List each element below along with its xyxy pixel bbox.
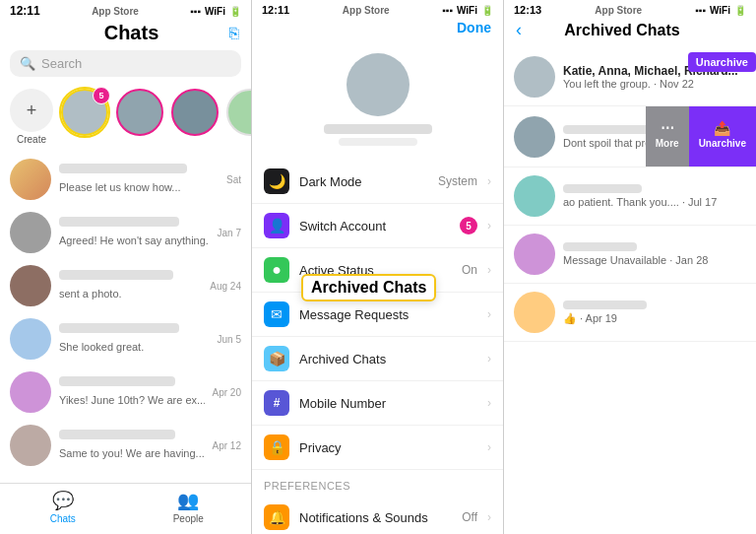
search-icon: 🔍 — [20, 56, 35, 71]
chat-preview: sent a photo. — [59, 288, 122, 300]
time-3: 12:13 — [514, 4, 541, 16]
archived-list: Katie, Anna, Michael, Richard... You lef… — [504, 48, 756, 534]
profile-avatar — [346, 53, 410, 116]
menu-item-dark-mode[interactable]: 🌙 Dark Mode System › — [252, 160, 503, 204]
chat-preview: Agreed! He won't say anything... — [59, 234, 210, 246]
dark-mode-label: Dark Mode — [299, 174, 428, 189]
arch-info: ao patient. Thank you.... · Jul 17 — [563, 184, 746, 208]
menu-item-switch-account[interactable]: 👤 Switch Account 5 › — [252, 204, 503, 248]
notifications-value: Off — [462, 510, 477, 524]
chat-info: Agreed! He won't say anything... — [59, 217, 210, 248]
more-button[interactable]: ⋯ More — [646, 106, 689, 167]
battery-icon-2: 🔋 — [481, 5, 493, 16]
wifi-icon: WiFi — [205, 6, 225, 17]
avatar — [10, 212, 51, 253]
chevron-icon: › — [487, 396, 491, 410]
edit-icon[interactable]: ⎘ — [229, 25, 239, 42]
archived-chats-overlay: Archived Chats — [301, 274, 436, 301]
chevron-icon: › — [487, 263, 491, 277]
search-placeholder: Search — [41, 56, 82, 71]
chat-name — [59, 376, 175, 386]
status-bar-1: 12:11 App Store ▪▪▪ WiFi 🔋 — [0, 0, 251, 20]
unarchive-button[interactable]: Unarchive — [688, 52, 756, 72]
chat-item[interactable]: Please let us know how... Sat — [0, 153, 251, 206]
avatar — [514, 56, 555, 98]
menu-item-mobile-number[interactable]: # Mobile Number › — [252, 381, 503, 426]
archived-topbar: ‹ Archived Chats — [504, 18, 756, 48]
chat-name — [59, 323, 179, 333]
chat-list: Please let us know how... Sat Agreed! He… — [0, 153, 251, 483]
create-label: Create — [17, 134, 46, 145]
menu-item-notifications[interactable]: 🔔 Notifications & Sounds Off › — [252, 496, 503, 534]
carrier-1: App Store — [92, 6, 139, 17]
unarchive-icon: 📤 — [714, 120, 730, 136]
menu-item-privacy[interactable]: 🔒 Privacy › — [252, 426, 503, 470]
mobile-number-icon: # — [264, 390, 289, 416]
story-avatar-4[interactable] — [226, 89, 251, 136]
status-icons-1: ▪▪▪ WiFi 🔋 — [190, 6, 241, 17]
more-icon: ⋯ — [661, 120, 674, 136]
chat-info: Yikes! June 10th? We are ex... — [59, 376, 205, 408]
archived-item[interactable]: Dont spoil that precious baby... · Sep 1… — [504, 106, 756, 167]
chat-time: Apr 20 — [213, 387, 241, 398]
status-bar-3: 12:13 App Store ▪▪▪ WiFi 🔋 — [504, 0, 756, 18]
story-avatar-3[interactable] — [171, 89, 219, 136]
people-nav-icon: 👥 — [177, 490, 199, 511]
story-avatar-2[interactable] — [116, 89, 163, 136]
archived-item[interactable]: Message Unavailable · Jan 28 — [504, 226, 756, 284]
chat-time: Sat — [226, 174, 241, 185]
archived-chats-icon: 📦 — [264, 346, 289, 371]
chat-time: Aug 24 — [210, 281, 241, 292]
chat-info: Please let us know how... — [59, 164, 219, 195]
arch-preview: Message Unavailable · Jan 28 — [563, 254, 746, 266]
privacy-icon: 🔒 — [264, 434, 289, 460]
chat-name — [59, 270, 173, 280]
privacy-label: Privacy — [299, 440, 477, 455]
arch-name-blur — [563, 300, 647, 309]
active-status-value: On — [462, 263, 477, 277]
archived-item[interactable]: Katie, Anna, Michael, Richard... You lef… — [504, 48, 756, 106]
settings-menu: 🌙 Dark Mode System › 👤 Switch Account 5 … — [252, 160, 503, 534]
settings-topbar: Done — [252, 18, 503, 43]
chat-item[interactable]: sent a photo. Aug 24 — [0, 259, 251, 312]
menu-item-archived-chats[interactable]: 📦 Archived Chats › — [252, 337, 503, 381]
unarchive-action-button[interactable]: 📤 Unarchive — [689, 106, 756, 167]
profile-name-bar — [324, 124, 432, 134]
switch-account-icon: 👤 — [264, 213, 289, 238]
avatar — [514, 175, 555, 217]
switch-account-label: Switch Account — [299, 219, 450, 234]
arch-name-blur — [563, 184, 642, 193]
avatar — [10, 371, 51, 413]
chat-preview: Same to you! We are having... — [59, 447, 205, 459]
chat-info: She looked great. — [59, 323, 210, 355]
story-avatar-1[interactable] — [61, 89, 108, 136]
chat-item[interactable]: She looked great. Jun 5 — [0, 312, 251, 366]
avatar — [514, 234, 555, 275]
chevron-icon: › — [487, 440, 491, 454]
avatar — [514, 116, 555, 158]
chat-item[interactable]: Yikes! June 10th? We are ex... Apr 20 — [0, 366, 251, 419]
battery-icon: 🔋 — [229, 6, 241, 17]
archived-item[interactable]: 👍 · Apr 19 — [504, 284, 756, 342]
back-button[interactable]: ‹ — [516, 20, 522, 40]
arch-preview: 👍 · Apr 19 — [563, 312, 746, 325]
action-buttons: ⋯ More 📤 Unarchive — [646, 106, 756, 167]
carrier-2: App Store — [343, 5, 390, 16]
nav-chats[interactable]: 💬 Chats — [0, 490, 126, 524]
status-icons-2: ▪▪▪ WiFi 🔋 — [442, 5, 493, 16]
archived-item[interactable]: ao patient. Thank you.... · Jul 17 — [504, 167, 756, 226]
time-2: 12:11 — [262, 4, 289, 16]
chat-item[interactable]: Agreed! He won't say anything... Jan 7 — [0, 206, 251, 259]
chat-item[interactable]: Same to you! We are having... Apr 12 — [0, 419, 251, 472]
notifications-label: Notifications & Sounds — [299, 510, 452, 525]
nav-people[interactable]: 👥 People — [126, 490, 252, 524]
create-button[interactable]: + Create — [10, 89, 53, 145]
people-nav-label: People — [173, 513, 204, 524]
chat-preview: Please let us know how... — [59, 181, 181, 193]
search-bar[interactable]: 🔍 Search — [10, 50, 241, 77]
message-requests-icon: ✉ — [264, 301, 289, 327]
done-button[interactable]: Done — [457, 20, 491, 35]
more-label: More — [656, 138, 679, 149]
chat-info: sent a photo. — [59, 270, 202, 301]
chat-name — [59, 217, 179, 227]
